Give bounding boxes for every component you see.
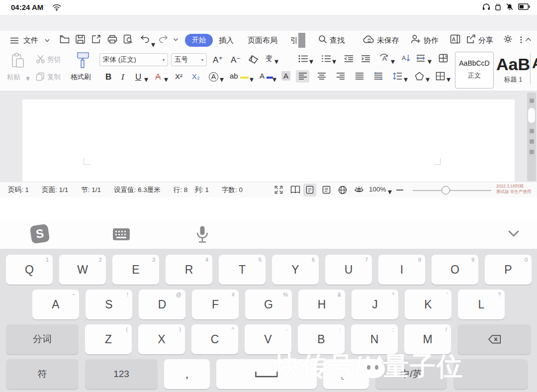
text-direction-icon[interactable]: A — [379, 54, 390, 63]
style-heading1[interactable]: AaB 标题 1 — [496, 52, 530, 88]
share-button[interactable]: 分享 — [478, 36, 493, 45]
chevron-down-icon[interactable]: ▾ — [332, 57, 336, 66]
borders-icon[interactable] — [436, 72, 445, 81]
zoom-level[interactable]: 100% — [369, 186, 386, 193]
side-tool-icon[interactable] — [530, 129, 534, 133]
zoom-dropdown-icon[interactable]: ▾ — [388, 187, 392, 196]
decrease-indent-icon[interactable] — [344, 55, 354, 63]
key-comma[interactable]: ， — [164, 359, 210, 389]
grow-font-button[interactable]: A⁺ — [213, 55, 223, 65]
key-word-split[interactable]: 分词 — [6, 324, 79, 354]
undo-icon[interactable] — [140, 35, 150, 43]
key-f[interactable]: F# — [192, 290, 239, 319]
chevron-down-icon[interactable]: ▾ — [164, 75, 168, 84]
key-symbols[interactable]: 符 — [6, 359, 79, 389]
cut-icon[interactable] — [36, 55, 45, 63]
insert-table-icon[interactable] — [439, 54, 448, 63]
key-q[interactable]: Q1 — [6, 255, 53, 285]
chevron-down-icon[interactable]: ▾ — [272, 75, 276, 84]
cloud-sync-icon[interactable] — [363, 35, 375, 43]
increase-indent-icon[interactable] — [361, 55, 370, 63]
zoom-out-button[interactable] — [396, 190, 403, 191]
align-right-icon[interactable] — [336, 72, 345, 80]
format-painter-button[interactable]: 格式刷 — [71, 73, 91, 82]
strikethrough-button[interactable]: A — [155, 72, 161, 82]
text-effects-button[interactable]: A — [209, 72, 218, 82]
key-z[interactable]: Z( — [85, 324, 132, 354]
sogou-ime-icon[interactable]: S — [30, 224, 50, 244]
key-j[interactable]: J* — [352, 290, 398, 319]
chevron-down-icon[interactable]: ▾ — [274, 57, 278, 66]
font-size-select[interactable]: 五号▾ — [171, 53, 207, 66]
subscript-button[interactable]: X₂ — [192, 72, 200, 81]
hide-keyboard-chevron-icon[interactable] — [508, 230, 519, 237]
phonetic-guide-icon[interactable]: 变 — [266, 54, 272, 63]
style-partial[interactable]: A — [532, 55, 537, 72]
key-r[interactable]: R4 — [166, 255, 212, 285]
italic-button[interactable]: I — [121, 72, 124, 82]
chevron-down-icon[interactable] — [45, 39, 50, 42]
paste-icon[interactable] — [11, 53, 25, 69]
export-icon[interactable] — [91, 34, 101, 44]
fullscreen-icon[interactable] — [274, 186, 283, 194]
outline-view-icon[interactable] — [322, 186, 331, 194]
keyboard-layout-icon[interactable] — [112, 228, 130, 241]
bullet-list-icon[interactable] — [298, 55, 308, 63]
chevron-down-icon[interactable]: ▾ — [309, 57, 313, 66]
collapse-ribbon-icon[interactable] — [525, 37, 532, 42]
undo-dropdown-icon[interactable]: ▾ — [151, 40, 155, 49]
font-name-select[interactable]: 宋体 (正文)▾ — [99, 53, 168, 66]
chevron-down-icon[interactable]: ▾ — [447, 75, 450, 84]
chevron-down-icon[interactable]: ▾ — [428, 57, 432, 66]
reader-mode-icon[interactable]: A — [450, 34, 460, 44]
paste-button[interactable]: 粘贴 — [7, 73, 20, 82]
chevron-down-icon[interactable]: ▾ — [220, 75, 224, 84]
web-view-icon[interactable] — [338, 186, 347, 195]
tab-insert[interactable]: 插入 — [219, 36, 234, 45]
side-quick-toolbar[interactable] — [527, 93, 536, 181]
settings-gear-icon[interactable] — [503, 34, 513, 44]
tab-home[interactable]: 开始 — [185, 34, 213, 47]
share-icon[interactable] — [466, 34, 476, 44]
key-g[interactable]: G% — [245, 290, 292, 319]
page-view-icon[interactable] — [306, 186, 314, 194]
search-icon[interactable] — [318, 35, 327, 44]
zoom-slider-track[interactable] — [413, 190, 491, 191]
add-collaborator-icon[interactable] — [411, 34, 421, 44]
key-c[interactable]: C^ — [191, 324, 238, 354]
shrink-font-button[interactable]: A⁻ — [231, 55, 241, 65]
numbered-list-icon[interactable] — [321, 55, 331, 63]
side-tool-icon[interactable] — [530, 150, 534, 154]
align-left-icon[interactable] — [298, 72, 307, 80]
redo-icon[interactable] — [158, 35, 168, 43]
eye-protect-icon[interactable] — [354, 186, 364, 194]
superscript-button[interactable]: X² — [175, 72, 182, 81]
key-e[interactable]: E3 — [112, 255, 159, 285]
print-preview-icon[interactable] — [123, 34, 133, 44]
tab-page-layout[interactable]: 页面布局 — [248, 36, 277, 45]
key-t[interactable]: T5 — [219, 255, 266, 285]
key-a[interactable]: A~ — [32, 290, 79, 319]
key-x[interactable]: X) — [138, 324, 185, 354]
key-numeric[interactable]: 123 — [85, 359, 158, 389]
char-spacing-icon[interactable] — [416, 54, 426, 63]
key-return[interactable] — [453, 359, 528, 389]
copy-icon[interactable] — [36, 72, 45, 81]
key-i[interactable]: I8 — [378, 255, 425, 285]
key-u[interactable]: U7 — [325, 255, 372, 285]
line-spacing-icon[interactable] — [393, 72, 402, 80]
key-s[interactable]: S! — [86, 290, 132, 319]
chevron-down-icon[interactable]: ▾ — [391, 57, 395, 66]
highlight-color-button[interactable]: ab — [230, 72, 249, 81]
sort-icon[interactable]: A — [402, 54, 411, 63]
paste-dropdown-icon[interactable]: ▾ — [26, 74, 30, 83]
key-w[interactable]: W2 — [59, 255, 106, 285]
zoom-slider-knob[interactable] — [442, 186, 450, 195]
voice-input-icon[interactable] — [196, 225, 209, 243]
underline-button[interactable]: U — [135, 72, 141, 82]
distribute-icon[interactable] — [374, 72, 383, 80]
save-status-label[interactable]: 未保存 — [377, 36, 399, 45]
save-icon[interactable] — [76, 35, 85, 44]
chevron-down-icon[interactable]: ▾ — [144, 75, 148, 84]
chevron-down-icon[interactable]: ▾ — [250, 75, 254, 84]
